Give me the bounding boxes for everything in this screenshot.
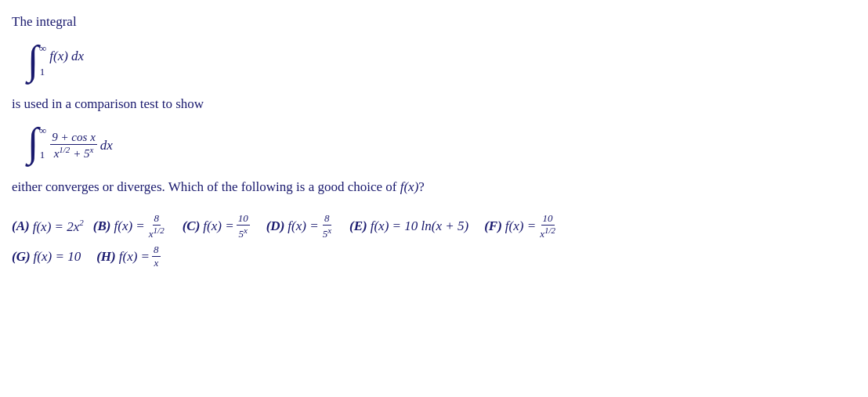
upper-limit-1: ∞ [39,42,46,55]
integral-sign-1: ∫ [27,38,38,82]
second-integral: ∫ ∞ 1 9 + cos x x1/2 + 5x dx [27,125,113,161]
answers-line-2: (G) f(x) = 10 (H) f(x) = 8 x [12,244,856,269]
answer-D: (D) f(x) = 8 5x [266,212,334,240]
answer-A: (A) f(x) = 2x2 [12,218,84,235]
upper-limit-2: ∞ [39,125,46,137]
answer-E: (E) f(x) = 10 ln(x + 5) [349,218,468,234]
second-integral-fraction: 9 + cos x x1/2 + 5x [50,131,97,161]
comparison-text: is used in a comparison test to show [12,96,204,111]
lower-limit-1: 1 [40,66,45,78]
lower-limit-2: 1 [40,149,45,161]
answer-G: (G) f(x) = 10 [12,249,81,265]
answer-C: (C) f(x) = 10 5x [183,212,251,240]
answer-B: (B) f(x) = 8 x1/2 [93,212,167,240]
question-text: either converges or diverges. Which of t… [12,179,396,194]
answer-H: (H) f(x) = 8 x [96,244,161,269]
question-line: either converges or diverges. Which of t… [12,177,856,197]
intro-line: The integral [12,12,856,32]
integral-expression-1: f(x) dx [49,49,84,64]
first-integral: ∫ ∞ 1 f(x) dx [27,42,84,79]
answer-F: (F) f(x) = 10 x1/2 [484,212,558,240]
main-content: The integral ∫ ∞ 1 f(x) dx is used in a … [12,8,856,273]
middle-text: is used in a comparison test to show [12,94,856,114]
integral-sign-2: ∫ [27,120,38,164]
intro-text: The integral [12,14,77,29]
answers-line-1: (A) f(x) = 2x2 (B) f(x) = 8 x1/2 (C) f(x… [12,212,856,240]
